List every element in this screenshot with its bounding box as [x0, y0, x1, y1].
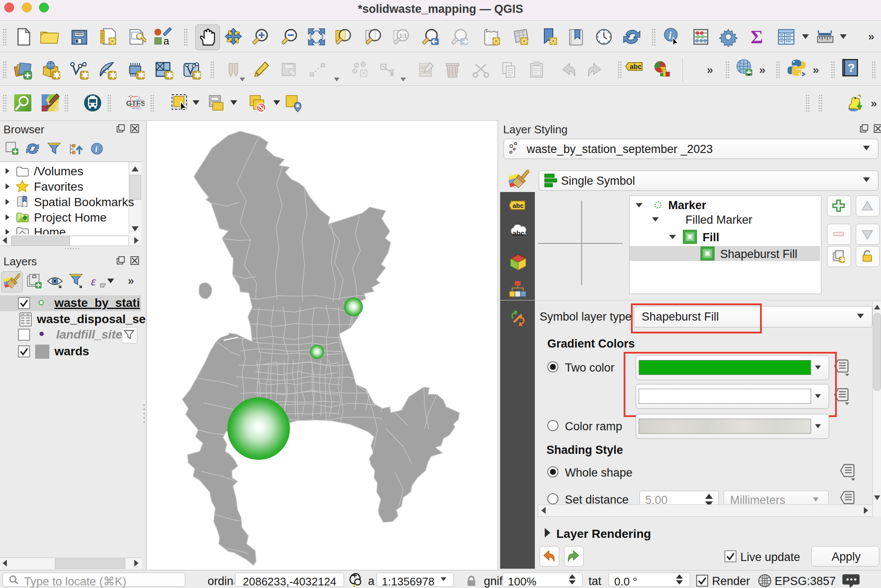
svg-text:✱: ✱: [194, 70, 202, 80]
svg-text:abc: abc: [513, 230, 525, 237]
svg-text:GTFS: GTFS: [126, 99, 145, 108]
svg-text:i: i: [669, 30, 672, 41]
svg-text:Σ: Σ: [751, 27, 763, 47]
svg-text:abc: abc: [630, 63, 642, 70]
svg-text:1:1: 1:1: [399, 33, 407, 39]
svg-text:✱: ✱: [138, 70, 145, 80]
svg-text:abc: abc: [513, 202, 524, 209]
svg-text:✱: ✱: [81, 70, 89, 80]
svg-text:?: ?: [848, 61, 855, 75]
svg-text:a: a: [163, 35, 169, 47]
svg-text:i: i: [95, 145, 97, 153]
svg-text:✱: ✱: [53, 70, 61, 80]
svg-text:✱: ✱: [109, 70, 117, 80]
svg-text:✱: ✱: [166, 70, 174, 80]
svg-text:ε: ε: [91, 274, 96, 288]
svg-text:✱: ✱: [840, 256, 845, 263]
